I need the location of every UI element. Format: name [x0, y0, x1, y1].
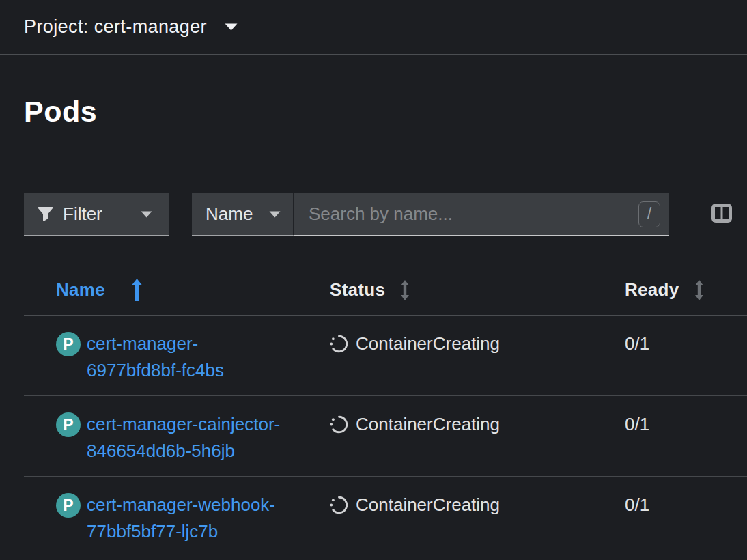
table-row: P cert-manager-webhook-77bbf5bf77-ljc7b … [24, 477, 747, 557]
column-header-name-label: Name [56, 279, 105, 300]
pod-link[interactable]: cert-manager-webhook-77bbf5bf77-ljc7b [87, 492, 286, 545]
pods-table: Name Status Ready [24, 269, 747, 557]
in-progress-icon [330, 496, 348, 514]
toolbar: Filter Name / [24, 193, 732, 236]
filter-dropdown-label: Filter [63, 204, 102, 225]
pod-link[interactable]: cert-manager-cainjector-846654dd6b-5h6jb [87, 411, 286, 464]
sort-ascending-icon [131, 279, 143, 301]
column-header-name[interactable]: Name [24, 269, 330, 316]
search-shortcut-key: / [638, 201, 660, 227]
in-progress-icon [330, 335, 348, 353]
search-box: / [294, 193, 669, 236]
column-header-status-label: Status [330, 279, 385, 300]
pod-link[interactable]: cert-manager-6977bfd8bf-fc4bs [87, 331, 286, 384]
pod-status: ContainerCreating [356, 331, 500, 357]
filter-dropdown[interactable]: Filter [24, 193, 169, 236]
search-attribute-dropdown[interactable]: Name [192, 193, 294, 236]
pod-badge: P [56, 412, 81, 437]
page-title: Pods [24, 94, 747, 128]
pod-ready: 0/1 [625, 331, 747, 357]
table-header-row: Name Status Ready [24, 269, 747, 316]
filter-icon [38, 207, 53, 222]
project-selector-label: Project: cert-manager [24, 16, 207, 38]
column-header-ready-label: Ready [625, 279, 679, 300]
column-header-status[interactable]: Status [330, 269, 625, 316]
table-row: P cert-manager-6977bfd8bf-fc4bs Containe… [24, 316, 747, 396]
chevron-down-icon [141, 211, 152, 218]
search-filter-group: Name / [192, 193, 669, 236]
chevron-down-icon [269, 211, 281, 218]
pods-page: Pods Filter Name / [0, 94, 747, 557]
column-header-ready[interactable]: Ready [625, 269, 747, 316]
search-attribute-label: Name [206, 204, 253, 225]
columns-icon [711, 204, 732, 223]
search-input[interactable] [294, 204, 638, 225]
pod-ready: 0/1 [625, 411, 747, 438]
column-management-button[interactable] [711, 204, 732, 223]
pod-status: ContainerCreating [356, 411, 500, 438]
sort-icon [694, 280, 704, 300]
table-row: P cert-manager-cainjector-846654dd6b-5h6… [24, 396, 747, 477]
sort-icon [400, 280, 410, 300]
project-selector-dropdown[interactable]: Project: cert-manager [24, 16, 238, 38]
pod-badge: P [56, 493, 81, 518]
chevron-down-icon [225, 23, 238, 31]
pod-status: ContainerCreating [356, 492, 500, 518]
pod-badge: P [56, 332, 81, 356]
pod-ready: 0/1 [625, 492, 747, 518]
masthead: Project: cert-manager [0, 0, 747, 55]
in-progress-icon [330, 415, 348, 434]
